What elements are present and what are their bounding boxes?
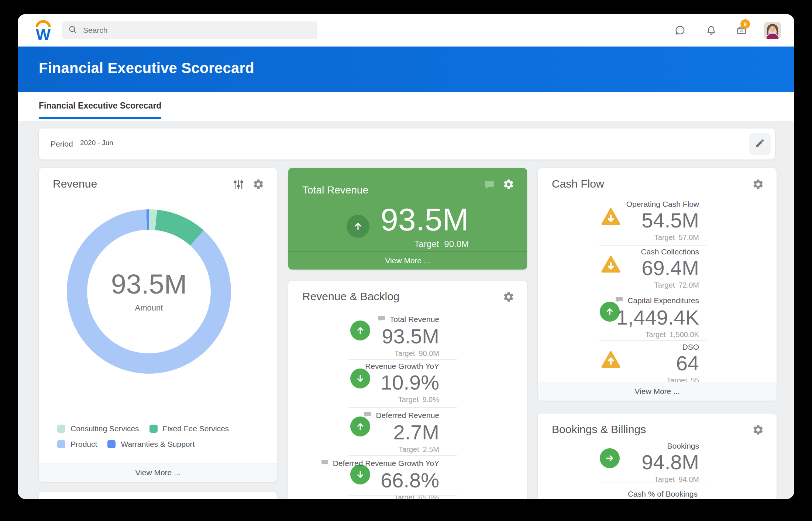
cash-flow-title: Cash Flow xyxy=(552,178,604,190)
total-revenue-card: Total Revenue 93.5M Target90.0M View Mor… xyxy=(288,168,527,270)
tab-financial-executive-scorecard[interactable]: Financial Executive Scorecard xyxy=(39,101,161,119)
arrow-right-circle-icon xyxy=(600,448,620,468)
legend-swatch xyxy=(107,440,116,448)
search-input[interactable] xyxy=(82,25,312,35)
total-revenue-title: Total Revenue xyxy=(302,184,368,196)
pencil-icon xyxy=(755,138,765,150)
revenue-donut-chart[interactable]: 93.5M Amount xyxy=(67,209,231,374)
legend-item: Warranties & Support xyxy=(107,440,195,449)
view-more-link[interactable]: View More ... xyxy=(538,382,777,401)
legend-swatch xyxy=(57,425,65,433)
total-revenue-target: Target90.0M xyxy=(414,239,469,249)
profile-avatar[interactable] xyxy=(764,22,781,39)
warning-triangle-up-icon xyxy=(600,349,622,370)
gear-icon[interactable] xyxy=(752,424,764,436)
chart-settings-sliders-icon[interactable] xyxy=(233,178,244,190)
kpi-row-total-revenue[interactable]: Total Revenue 93.5M Target90.0M xyxy=(288,312,527,360)
legend-swatch xyxy=(149,425,158,433)
revenue-backlog-title: Revenue & Backlog xyxy=(302,290,400,303)
total-revenue-value: 93.5M xyxy=(381,203,469,235)
logo-arc xyxy=(37,21,49,26)
tab-bar: Financial Executive Scorecard xyxy=(18,92,794,121)
kpi-row-capital-expenditures[interactable]: Capital Expenditures 1,449.4K Target1,50… xyxy=(538,293,777,341)
revenue-card: Revenue 93.5M Amount Consulting Services xyxy=(39,168,277,482)
workday-logo[interactable]: W xyxy=(33,18,53,42)
kpi-row-deferred-revenue[interactable]: Deferred Revenue 2.7M Target2.5M xyxy=(288,408,527,456)
kpi-label-cash-percent-of-bookings: Cash % of Bookings xyxy=(628,490,698,498)
comment-icon xyxy=(615,295,624,306)
search-icon xyxy=(68,25,78,36)
kpi-row-operating-cash-flow[interactable]: Operating Cash Flow 54.5M Target57.0M xyxy=(538,198,777,246)
kpi-row-cash-collections[interactable]: Cash Collections 69.4M Target72.0M xyxy=(538,245,777,293)
arrow-up-circle-icon xyxy=(350,321,370,340)
donut-center: 93.5M Amount xyxy=(87,230,211,353)
legend-item: Fixed Fee Services xyxy=(149,424,229,433)
gear-icon[interactable] xyxy=(503,178,515,190)
comment-icon xyxy=(320,458,329,469)
arrow-up-circle-icon xyxy=(347,215,369,238)
kpi-row-deferred-revenue-growth-yoy[interactable]: Deferred Revenue Growth YoY 66.8% Target… xyxy=(288,456,527,496)
page-title: Financial Executive Scorecard xyxy=(39,60,254,76)
period-label: Period xyxy=(51,140,73,148)
donut-center-label: Amount xyxy=(135,303,163,313)
notifications-bell-icon[interactable] xyxy=(705,24,717,36)
view-more-link[interactable]: View More ... xyxy=(288,251,527,270)
svg-text:W: W xyxy=(36,26,51,42)
gear-icon[interactable] xyxy=(503,291,515,303)
kpi-row-dso[interactable]: DSO 64 Target55 xyxy=(538,340,777,382)
period-value: 2020 - Jun xyxy=(80,139,113,147)
app-window: W xyxy=(18,14,794,499)
gear-icon[interactable] xyxy=(252,178,264,190)
edit-period-button[interactable] xyxy=(749,133,771,155)
revenue-backlog-card: Revenue & Backlog Total Revenue 93.5M Ta… xyxy=(288,281,527,499)
comment-icon[interactable] xyxy=(484,179,495,191)
gear-icon[interactable] xyxy=(752,178,764,190)
view-more-link[interactable]: View More ... xyxy=(39,463,277,482)
bookings-billings-card: Bookings & Billings Bookings 94.8M Targe… xyxy=(538,414,777,499)
legend-item: Product xyxy=(57,440,97,449)
comment-icon xyxy=(377,314,386,325)
period-card: Period 2020 - Jun xyxy=(39,128,775,160)
revenue-card-title: Revenue xyxy=(53,178,97,190)
donut-legend: Consulting Services Fixed Fee Services P… xyxy=(57,424,268,449)
warning-triangle-down-icon xyxy=(600,206,622,227)
total-revenue-hero: 93.5M Target90.0M xyxy=(288,203,527,249)
cash-flow-card: Cash Flow Operating Cash Flow 54.5M Targ… xyxy=(538,168,777,401)
partial-card xyxy=(39,492,277,499)
legend-swatch xyxy=(57,440,65,448)
top-bar: W xyxy=(18,14,794,47)
bookings-billings-title: Bookings & Billings xyxy=(552,423,646,436)
donut-center-value: 93.5M xyxy=(111,271,187,298)
kpi-row-bookings[interactable]: Bookings 94.8M Target94.0M xyxy=(538,439,777,483)
kpi-row-revenue-growth-yoy[interactable]: Revenue Growth YoY 10.9% Target9.0% xyxy=(288,360,527,408)
page-header: Financial Executive Scorecard xyxy=(18,47,794,92)
chat-icon[interactable] xyxy=(674,24,686,36)
inbox-badge: 8 xyxy=(740,19,750,29)
search-bar[interactable] xyxy=(62,21,317,39)
warning-triangle-down-icon xyxy=(600,254,622,275)
comment-icon xyxy=(363,410,372,421)
legend-item: Consulting Services xyxy=(57,424,139,433)
